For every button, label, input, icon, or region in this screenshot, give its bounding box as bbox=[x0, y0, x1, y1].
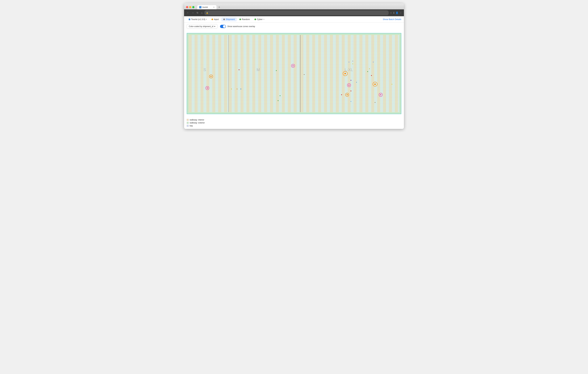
cyber-tab-label: Cyber bbox=[257, 18, 263, 21]
tab-close-icon[interactable]: ✕ bbox=[213, 6, 215, 8]
controls-row: Color-coded by shipment_id ▾ Show wareho… bbox=[184, 22, 404, 30]
back-button[interactable]: ← bbox=[186, 11, 190, 14]
minimize-button[interactable] bbox=[189, 6, 191, 8]
zone-lxl bbox=[300, 35, 399, 112]
browser-window: tourist ✕ + ← → ↻ ⌂ 🔒 ☆ ℹ 👤 ⋮ Tourist (v… bbox=[184, 3, 404, 129]
dot-17 bbox=[348, 85, 350, 86]
browser-tab-active[interactable]: tourist ✕ bbox=[197, 5, 217, 9]
dot-26 bbox=[380, 94, 381, 95]
dot-1 bbox=[207, 87, 208, 89]
app-toolbar: Tourist (v1.3.0) ▾ Input Shipment Random… bbox=[184, 16, 404, 22]
cyber-icon bbox=[254, 19, 256, 20]
dot-7 bbox=[280, 95, 280, 96]
legend-box-bay bbox=[187, 125, 189, 127]
app-tab-cyber[interactable]: Cyber ▾ bbox=[252, 17, 266, 21]
dot-8 bbox=[278, 100, 279, 101]
dot-2 bbox=[239, 69, 239, 70]
close-button[interactable] bbox=[186, 6, 188, 8]
dot-29 bbox=[392, 84, 392, 85]
dot-22 bbox=[346, 94, 348, 95]
legend-item-exterior: walkway: exterior bbox=[187, 122, 401, 124]
dot-23 bbox=[350, 90, 351, 91]
app-tab-random[interactable]: Random bbox=[237, 17, 252, 21]
shipment-tab-label: Shipment bbox=[226, 18, 235, 21]
zone-s bbox=[189, 35, 229, 112]
dot-5 bbox=[241, 89, 241, 89]
maximize-button[interactable] bbox=[192, 6, 194, 8]
overlay-label: Show warehouse zones overlay bbox=[227, 25, 255, 28]
dot-19 bbox=[371, 75, 372, 76]
bookmark-icon[interactable]: ☆ bbox=[390, 11, 392, 14]
dot-9 bbox=[293, 65, 294, 66]
overlay-toggle[interactable] bbox=[220, 25, 226, 28]
warehouse-outer: S M L-XL bbox=[187, 33, 401, 114]
shipment-icon bbox=[223, 19, 225, 20]
dot-27 bbox=[351, 101, 351, 102]
forward-button[interactable]: → bbox=[191, 11, 195, 14]
app-tab-input[interactable]: Input bbox=[210, 17, 221, 21]
random-tab-label: Random bbox=[242, 18, 250, 21]
dropdown-chevron-icon: ▾ bbox=[214, 25, 215, 28]
address-bar: ← → ↻ ⌂ 🔒 ☆ ℹ 👤 ⋮ bbox=[184, 9, 404, 16]
legend-label-exterior: walkway: exterior bbox=[190, 122, 205, 124]
dot-18 bbox=[367, 71, 368, 72]
address-bar-container: 🔒 bbox=[204, 10, 389, 15]
tourist-chevron-icon: ▾ bbox=[206, 18, 207, 20]
dot-11 bbox=[349, 62, 349, 62]
refresh-button[interactable]: ↻ bbox=[196, 11, 199, 14]
dot-3 bbox=[231, 89, 232, 89]
info-icon[interactable]: ℹ bbox=[393, 11, 394, 14]
dot-0 bbox=[210, 76, 212, 77]
dot-12 bbox=[350, 80, 351, 81]
input-tab-label: Input bbox=[214, 18, 219, 21]
zone-m bbox=[229, 35, 300, 112]
address-bar-icons: ☆ ℹ 👤 ⋮ bbox=[390, 11, 402, 14]
menu-icon[interactable]: ⋮ bbox=[400, 11, 402, 14]
legend-label-bay: bay bbox=[190, 125, 193, 127]
new-tab-button[interactable]: + bbox=[217, 6, 221, 9]
dot-25 bbox=[374, 83, 376, 85]
dot-10 bbox=[304, 74, 304, 75]
profile-icon[interactable]: 👤 bbox=[396, 11, 398, 14]
tab-bar: tourist ✕ + bbox=[197, 5, 402, 9]
app-tab-shipment[interactable]: Shipment bbox=[221, 17, 237, 21]
input-icon bbox=[211, 19, 213, 20]
tab-favicon bbox=[199, 6, 201, 8]
app-tab-tourist[interactable]: Tourist (v1.3.0) ▾ bbox=[187, 17, 209, 21]
dropdown-label: Color-coded by shipment_id bbox=[189, 25, 213, 28]
dot-16 bbox=[352, 64, 353, 64]
legend-label-interior: walkway: interior bbox=[190, 119, 204, 121]
dot-24 bbox=[341, 94, 342, 95]
dot-20 bbox=[369, 68, 370, 69]
tab-title: tourist bbox=[202, 6, 208, 8]
dot-28 bbox=[375, 102, 375, 103]
map-container: S M L-XL bbox=[184, 30, 404, 117]
legend-item-bay: bay bbox=[187, 125, 401, 127]
address-input[interactable] bbox=[209, 11, 387, 15]
window-controls bbox=[186, 6, 194, 8]
show-batch-button[interactable]: Show Batch Details bbox=[383, 18, 401, 21]
dot-4 bbox=[237, 89, 237, 89]
cyber-chevron-icon: ▾ bbox=[263, 18, 264, 20]
title-bar: tourist ✕ + bbox=[184, 3, 404, 9]
dot-14 bbox=[352, 61, 353, 61]
legend: walkway: interior walkway: exterior bay bbox=[184, 117, 404, 129]
random-icon bbox=[239, 19, 241, 20]
tourist-tab-label: Tourist (v1.3.0) bbox=[191, 18, 205, 21]
warehouse-inner[interactable]: S M L-XL bbox=[189, 35, 399, 112]
legend-box-interior bbox=[187, 119, 189, 121]
overlay-toggle-container: Show warehouse zones overlay bbox=[220, 25, 255, 28]
dot-21 bbox=[373, 62, 374, 62]
dot-13 bbox=[356, 82, 357, 83]
dot-6 bbox=[276, 70, 277, 71]
lock-icon: 🔒 bbox=[206, 12, 208, 14]
toggle-knob bbox=[223, 25, 226, 28]
dot-15 bbox=[345, 73, 346, 74]
legend-item-interior: walkway: interior bbox=[187, 119, 401, 121]
tourist-icon bbox=[189, 19, 190, 20]
color-code-dropdown[interactable]: Color-coded by shipment_id ▾ bbox=[187, 24, 217, 29]
home-button[interactable]: ⌂ bbox=[200, 11, 203, 14]
legend-box-exterior bbox=[187, 122, 189, 124]
